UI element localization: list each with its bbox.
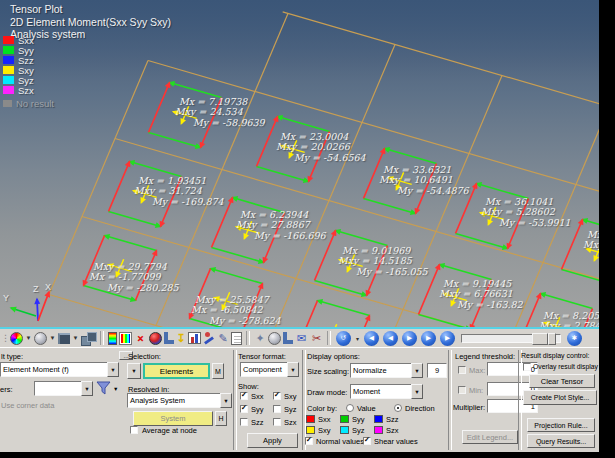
color-wheel-icon[interactable] <box>10 332 23 345</box>
solid-cube-icon[interactable] <box>58 333 70 344</box>
apply-button[interactable]: Apply <box>247 433 298 448</box>
tensor-value-label: Mxy = 24.534 <box>175 106 243 117</box>
query-results-button[interactable]: Query Results... <box>527 434 595 448</box>
legend-threshold-label: Legend threshold: <box>455 352 515 361</box>
multi-cube-icon[interactable] <box>81 332 96 345</box>
legend-row: Syz <box>3 75 54 85</box>
show-sxx-checkbox[interactable] <box>240 392 248 400</box>
resolved-in-combo-arrow[interactable]: ▼ <box>220 393 232 408</box>
triad-axis-z <box>37 299 38 321</box>
average-at-node-label: Average at node <box>142 426 197 435</box>
panel-divider <box>518 350 522 450</box>
clear-tensor-button[interactable]: Clear Tensor <box>529 374 595 388</box>
resolved-in-combo[interactable]: Analysis System <box>127 393 221 408</box>
toolbar-separator <box>246 331 250 345</box>
sphere-icon[interactable] <box>268 332 281 345</box>
trace-icon[interactable] <box>283 332 293 344</box>
layers-combo-arrow[interactable]: ▼ <box>81 381 93 396</box>
show-syz-checkbox[interactable] <box>273 405 281 413</box>
create-plot-style-button[interactable]: Create Plot Style... <box>523 390 597 405</box>
frame-slider-handle[interactable] <box>532 333 548 345</box>
tensor-ball-icon[interactable] <box>149 332 162 345</box>
playback-caret-icon[interactable]: ▾ <box>354 331 361 345</box>
tensor-format-combo[interactable]: Component <box>240 362 288 377</box>
triad-label-x: X <box>45 282 51 292</box>
component-color-legend: SxxSyySzzSxySyzSzxNo result <box>3 35 54 108</box>
chart-icon[interactable] <box>188 332 201 344</box>
swatch-szx-label: Szx <box>386 426 399 435</box>
normal-values-checkbox[interactable] <box>305 437 313 445</box>
dropdown-caret-icon[interactable]: ▼ <box>25 331 32 345</box>
color-by-direction-label: Direction <box>405 404 435 413</box>
show-szz-checkbox[interactable] <box>240 418 248 426</box>
elements-button[interactable]: Elements <box>143 363 210 379</box>
min-checkbox[interactable] <box>458 386 466 394</box>
tensor-value-label: My = -165.055 <box>356 266 428 277</box>
color-by-direction-radio[interactable] <box>394 404 402 412</box>
shear-values-label: Shear values <box>374 437 418 446</box>
panel-divider <box>448 350 452 450</box>
deformed-shape-icon[interactable] <box>164 332 174 344</box>
layers-combo[interactable] <box>34 381 82 396</box>
tensor-format-combo-arrow[interactable]: ▼ <box>287 362 299 377</box>
edit-legend-button[interactable]: Edit Legend... <box>462 430 518 444</box>
animation-settings-button[interactable]: ✱ <box>567 331 582 346</box>
filter-caret-icon[interactable]: ▼ <box>113 386 118 392</box>
first-frame-button[interactable]: ◀ <box>364 331 379 346</box>
show-syz-label: Syz <box>284 405 297 414</box>
marker-pin-icon[interactable]: ↧ <box>176 331 186 345</box>
next-frame-button[interactable]: ▶ <box>421 331 436 346</box>
swatch-sxx-label: Sxx <box>318 415 331 424</box>
grid-line <box>49 61 148 295</box>
last-frame-button[interactable]: ▶ <box>440 331 455 346</box>
shaded-sphere-icon[interactable] <box>34 332 47 345</box>
draw-mode-combo-arrow[interactable]: ▼ <box>411 384 423 399</box>
results-toolbar: ⋮▼▼▼+↧✎✦✉✂↺▾◀◀▶▶▶✱ <box>0 329 599 347</box>
color-by-value-radio[interactable] <box>346 404 354 412</box>
mail-icon[interactable]: ✉ <box>295 331 308 345</box>
graphics-viewport[interactable]: Tensor Plot 2D Element Moment(Sxx Syy Sx… <box>0 0 599 327</box>
frame-slider-handle-2[interactable] <box>548 333 556 345</box>
animate-icon[interactable] <box>203 332 215 345</box>
history-button[interactable]: ↺ <box>336 331 351 346</box>
selection-method-arrow[interactable]: ▼ <box>127 363 141 379</box>
show-sxy-checkbox[interactable] <box>273 392 281 400</box>
results-tool-icon[interactable]: ✦ <box>254 331 266 345</box>
show-syy-checkbox[interactable] <box>240 405 248 413</box>
average-at-node-checkbox[interactable] <box>130 426 138 434</box>
draw-mode-combo[interactable]: Moment <box>350 384 412 399</box>
swatch-syz <box>340 426 349 434</box>
cut-plot-icon[interactable]: ✂ <box>310 331 323 345</box>
freebody-pencil-icon[interactable]: ✎ <box>217 331 229 345</box>
layers-label: ers: <box>0 385 13 394</box>
tensor-value-label: My = -166.696 <box>254 230 326 241</box>
max-checkbox[interactable] <box>458 366 466 374</box>
prev-frame-button[interactable]: ◀ <box>383 331 398 346</box>
size-scaling-combo-arrow[interactable]: ▼ <box>411 363 423 378</box>
scale-number-field[interactable]: 9 <box>427 363 447 378</box>
result-type-combo[interactable]: Element Moment (f) <box>0 362 108 377</box>
shear-values-checkbox[interactable] <box>363 437 371 445</box>
legend-row: Syy <box>3 45 54 55</box>
dropdown-caret-icon[interactable]: ▼ <box>49 331 56 345</box>
result-type-combo-arrow[interactable]: ▼ <box>107 362 119 377</box>
filter-funnel-icon[interactable] <box>96 381 112 397</box>
report-page-icon[interactable] <box>231 332 242 345</box>
show-szz-label: Szz <box>251 418 264 427</box>
system-button[interactable]: System <box>133 411 213 426</box>
swatch-syy <box>340 415 349 423</box>
projection-rule-button[interactable]: Projection Rule... <box>527 418 595 432</box>
play-button[interactable]: ▶ <box>402 331 417 346</box>
selection-label: Selection: <box>128 352 161 361</box>
vector-plot-icon[interactable]: + <box>131 329 149 347</box>
size-scaling-combo[interactable]: Normalize <box>350 363 412 378</box>
contour-bar-icon[interactable] <box>108 332 117 345</box>
tensor-value-label: Mxy = 2.78476 <box>539 320 599 327</box>
dropdown-caret-icon[interactable]: ▼ <box>72 331 79 345</box>
tensor-value-label: My = -278.624 <box>209 315 281 326</box>
show-szx-checkbox[interactable] <box>273 418 281 426</box>
frame-slider[interactable] <box>461 334 561 343</box>
overlay-result-checkbox[interactable] <box>523 363 531 371</box>
selection-side-button[interactable]: M <box>212 363 224 379</box>
system-side-button[interactable]: H <box>215 411 227 426</box>
